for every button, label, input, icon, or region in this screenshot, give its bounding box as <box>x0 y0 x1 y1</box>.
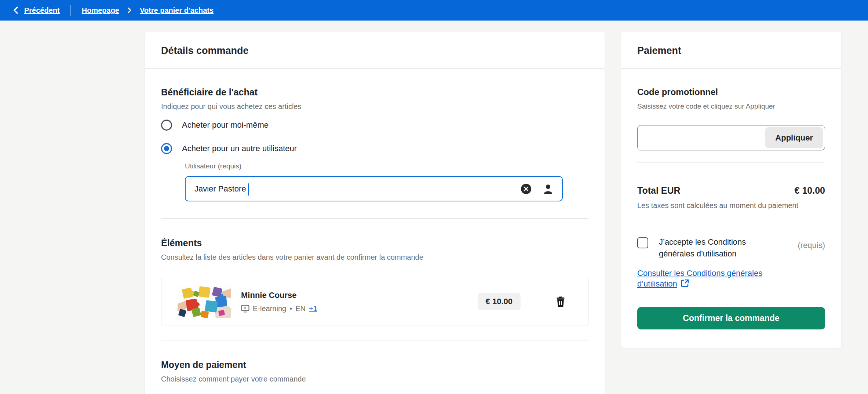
payment-method-heading: Moyen de paiement <box>161 360 588 370</box>
text-caret <box>248 183 249 196</box>
required-label: (requis) <box>798 241 825 250</box>
order-details-header: Détails commande <box>145 32 605 69</box>
breadcrumb: Homepage Votre panier d'achats <box>82 6 214 15</box>
tax-note: Les taxes sont calculées au moment du pa… <box>637 201 825 210</box>
payment-panel: Paiement Code promotionnel Saisissez vot… <box>621 32 841 348</box>
radio-circle-unselected[interactable] <box>161 120 172 131</box>
total-amount: € 10.00 <box>795 185 825 196</box>
section-divider <box>637 162 825 163</box>
user-field-label: Utilisateur (requis) <box>185 162 588 170</box>
course-thumbnail <box>178 285 231 318</box>
course-language: EN <box>295 304 306 313</box>
top-navigation-bar: Précédent Homepage Votre panier d'achats <box>0 0 868 21</box>
item-price-badge: € 10.00 <box>478 293 521 310</box>
promo-code-input[interactable] <box>639 133 765 143</box>
radio-circle-selected[interactable] <box>161 143 172 154</box>
terms-row: J’accepte les Conditions générales d’uti… <box>637 236 825 260</box>
payment-panel-title: Paiement <box>637 45 825 56</box>
cart-item-row: Minnie Course E-learning • EN +1 € 10.00 <box>161 278 588 325</box>
terms-checkbox[interactable] <box>637 237 648 248</box>
beneficiary-subheading: Indiquez pour qui vous achetez ces artic… <box>161 102 588 111</box>
meta-bullet: • <box>289 304 292 313</box>
external-link-icon <box>681 279 689 290</box>
person-icon <box>543 183 553 194</box>
items-subheading: Consultez la liste des articles dans vot… <box>161 253 588 262</box>
terms-link-label: Consulter les Conditions générales d’uti… <box>637 269 762 288</box>
chevron-left-icon <box>12 6 19 14</box>
confirm-order-button[interactable]: Confirmer la commande <box>637 307 825 329</box>
trash-icon <box>556 296 565 307</box>
remove-item-button[interactable] <box>556 296 565 307</box>
topbar-separator <box>70 5 71 16</box>
user-input[interactable] <box>194 184 521 194</box>
promo-subheading: Saisissez votre code et cliquez sur Appl… <box>637 102 825 110</box>
monitor-play-icon <box>241 305 249 313</box>
more-languages-link[interactable]: +1 <box>309 304 317 313</box>
total-row: Total EUR € 10.00 <box>637 185 825 196</box>
terms-checkbox-label: J’accepte les Conditions générales d’uti… <box>659 236 765 260</box>
course-type-label: E-learning <box>253 304 286 313</box>
back-label: Précédent <box>24 6 60 15</box>
promo-heading: Code promotionnel <box>637 87 825 97</box>
breadcrumb-homepage[interactable]: Homepage <box>82 6 119 15</box>
order-details-title: Détails commande <box>161 45 588 56</box>
user-select-field[interactable] <box>185 176 563 201</box>
items-heading: Éléments <box>161 238 588 248</box>
payment-method-subheading: Choisissez comment payer votre commande <box>161 375 588 383</box>
terms-link[interactable]: Consulter les Conditions générales d’uti… <box>637 268 800 290</box>
radio-buy-for-other-user[interactable]: Acheter pour un autre utilisateur <box>161 143 588 154</box>
beneficiary-heading: Bénéficiaire de l'achat <box>161 87 588 98</box>
radio-dot <box>164 146 169 151</box>
radio-buy-for-myself[interactable]: Acheter pour moi-même <box>161 120 588 131</box>
chevron-right-icon <box>127 7 132 13</box>
course-title: Minnie Course <box>241 291 317 300</box>
total-label: Total EUR <box>637 185 681 196</box>
section-divider <box>161 218 588 219</box>
radio-label: Acheter pour un autre utilisateur <box>182 144 297 153</box>
apply-promo-button[interactable]: Appliquer <box>765 127 823 148</box>
promo-code-field[interactable]: Appliquer <box>637 125 825 150</box>
section-divider <box>161 340 588 340</box>
radio-label: Acheter pour moi-même <box>182 120 269 130</box>
select-user-button[interactable] <box>543 183 553 194</box>
breadcrumb-cart[interactable]: Votre panier d'achats <box>140 6 214 15</box>
x-circle-icon <box>521 183 532 194</box>
payment-panel-header: Paiement <box>621 32 841 69</box>
order-details-card: Détails commande Bénéficiaire de l'achat… <box>145 32 605 394</box>
clear-input-button[interactable] <box>521 183 532 194</box>
back-link[interactable]: Précédent <box>12 6 60 15</box>
